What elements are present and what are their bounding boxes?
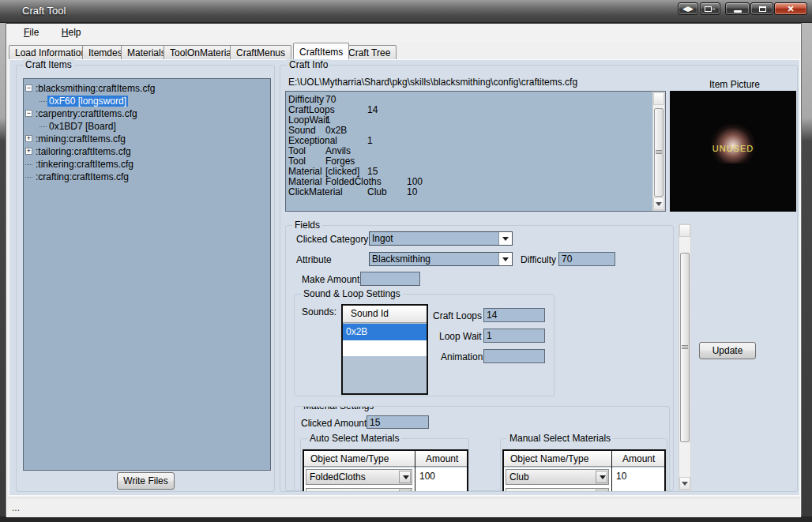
craft-info-group: Craft Info E:\UOL\Mytharria\Shard\pkg\sk…: [280, 65, 798, 492]
sound-row-selected[interactable]: 0x2B: [343, 324, 427, 340]
column-header: Object Name/Type: [310, 451, 389, 466]
tree-item[interactable]: −:blacksmithing:craftItems.cfg: [24, 82, 270, 95]
chevron-down-icon[interactable]: [399, 490, 411, 491]
item-picture-box: UNUSED: [670, 91, 796, 212]
menu-bar: File Help: [7, 24, 800, 42]
tree-item[interactable]: +:tailoring:craftItems.cfg: [24, 145, 270, 158]
close-button[interactable]: ✕: [774, 2, 807, 15]
manual-select-materials-group: Manual Select Materials Object Name/Type…: [500, 438, 667, 491]
material-combo[interactable]: FoldedCloths: [306, 469, 412, 485]
scroll-down-button[interactable]: [679, 477, 690, 490]
sound-row-empty[interactable]: [343, 340, 427, 356]
tree-item-label[interactable]: :carpentry:craftItems.cfg: [34, 108, 139, 119]
update-button[interactable]: Update: [699, 342, 756, 359]
craft-items-group-label: Craft Items: [23, 59, 74, 70]
clicked-amount-label: Clicked Amount: [301, 418, 367, 429]
material-combo[interactable]: [506, 488, 609, 491]
tab-load-information[interactable]: Load Information: [9, 45, 92, 59]
scrollbar-thumb[interactable]: [654, 108, 664, 197]
info-line: ToolForges: [288, 156, 651, 166]
tab-craftmenus[interactable]: CraftMenus: [230, 45, 291, 59]
amount-cell[interactable]: [611, 486, 664, 491]
difficulty-field[interactable]: 70: [558, 252, 615, 266]
scroll-up-button[interactable]: [679, 224, 690, 237]
config-path-label: E:\UOL\Mytharria\Shard\pkg\skills\blacks…: [288, 77, 577, 88]
tree-item-label[interactable]: :tailoring:craftItems.cfg: [34, 146, 133, 157]
pan-arrows-button[interactable]: ◀▶: [678, 2, 698, 15]
tree-item-label[interactable]: :blacksmithing:craftItems.cfg: [34, 83, 156, 94]
chevron-down-icon[interactable]: [399, 471, 411, 483]
attribute-combo[interactable]: Blacksmithing: [369, 252, 513, 266]
craftitems-tab-page: Craft Items −:blacksmithing:craftItems.c…: [9, 59, 800, 496]
material-combo[interactable]: Club: [506, 469, 609, 485]
fields-group: Fields Clicked Category Ingot Attribute …: [285, 225, 674, 491]
expand-icon[interactable]: +: [25, 148, 32, 155]
tree-item-label[interactable]: :crafting:craftItems.cfg: [34, 171, 130, 182]
sound-loop-group-label: Sound & Loop Settings: [301, 288, 403, 299]
chevron-down-icon[interactable]: [596, 490, 607, 491]
info-line: Exceptional1: [288, 135, 651, 145]
grid-row[interactable]: FoldedCloths100: [304, 468, 467, 486]
amount-cell[interactable]: 100: [415, 468, 467, 486]
collapse-icon[interactable]: −: [25, 84, 32, 92]
fields-panel-scrollbar[interactable]: [679, 223, 691, 490]
tab-craftitems[interactable]: CraftItems: [293, 43, 349, 59]
column-header: Amount: [426, 451, 458, 466]
status-bar: ...: [9, 498, 800, 516]
grid-row[interactable]: Club10: [504, 468, 664, 486]
scroll-down-button[interactable]: [653, 197, 664, 210]
loop-wait-label: Loop Wait: [439, 331, 482, 342]
grid-row[interactable]: [504, 486, 664, 491]
collapse-icon[interactable]: −: [25, 110, 32, 117]
menu-file[interactable]: File: [18, 24, 44, 41]
clicked-category-combo[interactable]: Ingot: [369, 231, 513, 246]
make-amount-field[interactable]: [360, 272, 420, 286]
amount-cell[interactable]: 10: [611, 468, 664, 486]
tab-toolonmaterial[interactable]: ToolOnMaterial: [164, 45, 240, 59]
craft-loops-label: Craft Loops: [433, 310, 482, 321]
tree-item-label[interactable]: 0x1BD7 [Board]: [47, 121, 118, 132]
tree-item[interactable]: +:mining:craftItems.cfg: [24, 133, 270, 145]
scroll-up-button[interactable]: [653, 92, 664, 105]
manual-select-grid[interactable]: Object Name/TypeAmountClub10: [502, 449, 666, 491]
sound-loop-group: Sound & Loop Settings Sounds: Sound Id 0…: [294, 294, 554, 396]
detach-button[interactable]: →: [700, 2, 720, 15]
grid-row[interactable]: [304, 486, 467, 491]
tree-item[interactable]: 0x1BD7 [Board]: [24, 120, 270, 133]
tree-item-label[interactable]: 0xF60 [longsword]: [47, 96, 128, 107]
amount-cell[interactable]: [415, 486, 467, 491]
animation-field[interactable]: [483, 349, 545, 363]
tree-item[interactable]: :tinkering:craftItems.cfg: [24, 158, 270, 171]
minimize-button[interactable]: [725, 2, 750, 15]
tree-item[interactable]: −:carpentry:craftItems.cfg: [24, 107, 270, 120]
scrollbar-thumb[interactable]: [680, 253, 690, 442]
info-line: Sound0x2B: [288, 125, 651, 135]
tab-craft-tree[interactable]: Craft Tree: [342, 45, 397, 59]
tree-item[interactable]: 0xF60 [longsword]: [24, 95, 270, 107]
info-list-scrollbar[interactable]: [652, 92, 665, 211]
chevron-down-icon: [502, 237, 509, 241]
expand-icon[interactable]: +: [25, 135, 32, 142]
column-header: Amount: [622, 451, 655, 466]
restore-button[interactable]: [750, 2, 773, 15]
tree-item[interactable]: :crafting:craftItems.cfg: [24, 171, 270, 183]
craft-info-listbox[interactable]: Difficulty70CraftLoops14LoopWait1Sound0x…: [285, 91, 666, 212]
clicked-amount-field[interactable]: 15: [367, 415, 429, 429]
chevron-down-icon[interactable]: [596, 471, 607, 483]
craft-loops-field[interactable]: 14: [483, 308, 545, 322]
tree-item-label[interactable]: :mining:craftItems.cfg: [34, 133, 127, 145]
picture-unused-text: UNUSED: [670, 144, 796, 153]
auto-select-grid[interactable]: Object Name/TypeAmountFoldedCloths100: [303, 449, 468, 491]
titlebar[interactable]: Craft Tool ◀▶ → ✕: [0, 0, 812, 23]
sounds-grid[interactable]: Sound Id 0x2B: [341, 304, 428, 395]
material-combo[interactable]: [306, 488, 412, 491]
material-settings-group: Material Settings Clicked Amount 15 Auto…: [294, 406, 670, 491]
left-right-arrows-icon: ◀▶: [679, 3, 697, 14]
tree-item-label[interactable]: :tinkering:craftItems.cfg: [34, 159, 135, 170]
tab-strip: Load InformationItemdescMaterialsToolOnM…: [9, 42, 799, 59]
write-files-button[interactable]: Write Files: [117, 472, 175, 490]
craft-items-tree[interactable]: −:blacksmithing:craftItems.cfg0xF60 [lon…: [23, 78, 271, 471]
info-line: Difficulty70: [288, 94, 651, 104]
loop-wait-field[interactable]: 1: [483, 329, 545, 343]
menu-help[interactable]: Help: [56, 24, 87, 41]
